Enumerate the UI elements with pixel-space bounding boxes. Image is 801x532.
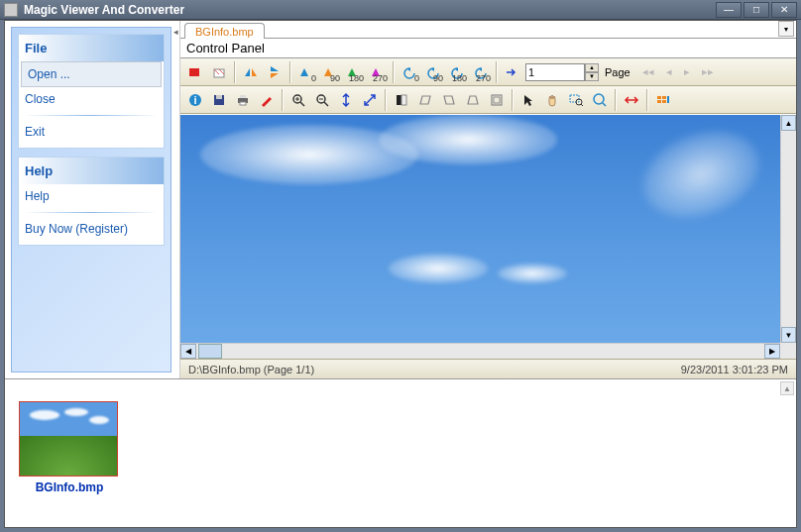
svg-line-10 xyxy=(300,102,304,106)
fit-width-button[interactable] xyxy=(621,89,642,111)
view-toolbar: i xyxy=(180,86,796,114)
flip-vertical-button[interactable] xyxy=(264,61,286,83)
svg-rect-5 xyxy=(216,95,222,99)
help-menu-panel: Help Help Buy Now (Register) xyxy=(18,157,165,246)
svg-rect-20 xyxy=(570,95,579,102)
zoom-in-button[interactable] xyxy=(287,89,309,111)
thumbnail-scroll-up-button[interactable]: ▲ xyxy=(780,381,794,395)
svg-rect-0 xyxy=(189,68,199,76)
svg-line-24 xyxy=(603,103,606,106)
document-tab-bar: BGInfo.bmp ▾ xyxy=(180,21,796,39)
upper-pane: File Open ... Close Exit Help Help Buy N… xyxy=(5,21,796,379)
close-button[interactable]: ✕ xyxy=(771,2,797,18)
menu-open[interactable]: Open ... xyxy=(21,61,162,87)
rotate-ccw-270-button[interactable]: 270 xyxy=(470,61,492,83)
thumbnail-image[interactable] xyxy=(19,401,118,477)
menu-separator xyxy=(25,115,158,116)
thumbnail-pane: ▲ BGInfo.bmp xyxy=(5,379,796,527)
image-ops-toolbar: 0 90 180 270 0 90 180 270 ▲ ▼ Page xyxy=(180,58,796,86)
save-button[interactable] xyxy=(208,89,230,111)
pointer-tool-button[interactable] xyxy=(517,89,539,111)
sidebar-collapse-handle[interactable]: ◂ xyxy=(172,21,179,378)
status-bar: D:\BGInfo.bmp (Page 1/1) 9/23/2011 3:01:… xyxy=(180,359,796,378)
rotate-ccw-0-button[interactable]: 0 xyxy=(399,61,420,83)
contrast-button[interactable] xyxy=(391,89,412,111)
print-button[interactable] xyxy=(232,89,254,111)
first-page-button[interactable]: ◂◂ xyxy=(640,63,656,80)
crop-button[interactable] xyxy=(486,89,508,111)
scroll-down-button[interactable]: ▼ xyxy=(781,327,796,343)
thumbnail-label: BGInfo.bmp xyxy=(19,480,120,494)
zoom-out-button[interactable] xyxy=(311,89,333,111)
document-tab[interactable]: BGInfo.bmp xyxy=(184,23,265,39)
thumbnail-item[interactable]: BGInfo.bmp xyxy=(19,401,120,494)
goto-page-button[interactable] xyxy=(502,61,523,83)
scroll-left-button[interactable]: ◀ xyxy=(180,344,196,359)
svg-rect-8 xyxy=(240,102,246,105)
skew-left-button[interactable] xyxy=(414,89,436,111)
app-icon xyxy=(4,3,18,17)
svg-text:i: i xyxy=(193,94,196,106)
rotate-0-button[interactable]: 0 xyxy=(295,61,317,83)
page-spinner[interactable]: ▲ ▼ xyxy=(525,63,599,81)
vertical-scrollbar[interactable]: ▲ ▼ xyxy=(780,115,796,343)
horizontal-scrollbar[interactable]: ◀ ▶ xyxy=(180,343,780,359)
svg-rect-28 xyxy=(662,100,666,103)
rotate-90-button[interactable]: 90 xyxy=(319,61,341,83)
sidebar: File Open ... Close Exit Help Help Buy N… xyxy=(11,27,172,372)
image-viewport-wrap: ▲ ▼ ◀ ▶ xyxy=(180,115,796,359)
menu-help[interactable]: Help xyxy=(19,184,164,208)
flip-horizontal-button[interactable] xyxy=(240,61,262,83)
marquee-zoom-button[interactable] xyxy=(565,89,587,111)
page-spinner-down[interactable]: ▼ xyxy=(585,72,599,81)
color-background-button[interactable] xyxy=(208,61,230,83)
svg-rect-29 xyxy=(667,96,669,103)
svg-rect-17 xyxy=(401,95,406,105)
svg-rect-7 xyxy=(240,95,246,98)
help-menu-header: Help xyxy=(19,158,164,184)
client-area: File Open ... Close Exit Help Help Buy N… xyxy=(4,20,797,528)
page-spinner-up[interactable]: ▲ xyxy=(585,63,599,72)
info-button[interactable]: i xyxy=(184,89,206,111)
prev-page-button[interactable]: ◂ xyxy=(664,63,674,80)
scroll-up-button[interactable]: ▲ xyxy=(781,115,796,131)
grid-view-button[interactable] xyxy=(652,89,674,111)
page-number-input[interactable] xyxy=(525,63,585,81)
rotate-ccw-90-button[interactable]: 90 xyxy=(422,61,444,83)
scroll-thumb[interactable] xyxy=(198,344,222,359)
menu-buy-now[interactable]: Buy Now (Register) xyxy=(19,217,164,241)
file-menu-panel: File Open ... Close Exit xyxy=(18,34,165,149)
rotate-180-button[interactable]: 180 xyxy=(343,61,365,83)
hand-tool-button[interactable] xyxy=(541,89,563,111)
tab-list-dropdown[interactable]: ▾ xyxy=(778,21,794,37)
svg-line-22 xyxy=(581,104,583,106)
control-panel-label: Control Panel xyxy=(180,39,796,58)
rotate-ccw-180-button[interactable]: 180 xyxy=(446,61,468,83)
title-bar: Magic Viewer And Converter — □ ✕ xyxy=(0,0,801,20)
app-title: Magic Viewer And Converter xyxy=(24,3,184,17)
svg-rect-25 xyxy=(657,96,661,99)
status-datetime: 9/23/2011 3:01:23 PM xyxy=(681,364,788,375)
svg-point-23 xyxy=(594,94,604,104)
status-file-info: D:\BGInfo.bmp (Page 1/1) xyxy=(188,364,314,375)
skew-right-button[interactable] xyxy=(438,89,460,111)
minimize-button[interactable]: — xyxy=(716,2,742,18)
fit-height-button[interactable] xyxy=(335,89,357,111)
svg-rect-26 xyxy=(662,96,666,99)
zoom-tool-button[interactable] xyxy=(589,89,611,111)
svg-rect-19 xyxy=(494,97,500,103)
fit-diagonal-button[interactable] xyxy=(359,89,381,111)
menu-exit[interactable]: Exit xyxy=(19,120,164,144)
scroll-right-button[interactable]: ▶ xyxy=(764,344,780,359)
draw-button[interactable] xyxy=(256,89,278,111)
menu-separator xyxy=(25,212,158,213)
page-label: Page xyxy=(605,66,630,78)
color-foreground-button[interactable] xyxy=(184,61,206,83)
rotate-270-button[interactable]: 270 xyxy=(367,61,389,83)
next-page-button[interactable]: ▸ xyxy=(682,63,692,80)
image-viewport[interactable] xyxy=(180,115,780,343)
last-page-button[interactable]: ▸▸ xyxy=(700,63,716,80)
perspective-button[interactable] xyxy=(462,89,484,111)
menu-close[interactable]: Close xyxy=(19,87,164,111)
maximize-button[interactable]: □ xyxy=(744,2,769,18)
